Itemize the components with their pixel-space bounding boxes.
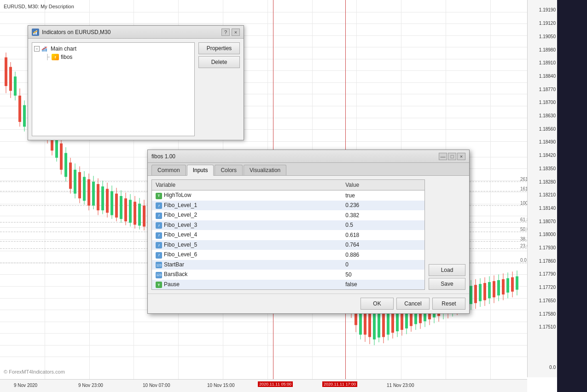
indicators-dialog: Indicators on EURUSD,M30 ? × − Main char…: [28, 25, 244, 140]
value-cell[interactable]: 0.5: [342, 220, 424, 231]
price-label: 1.17790: [539, 271, 556, 277]
price-label: 1.17580: [539, 311, 556, 317]
value-cell[interactable]: 0: [342, 260, 424, 270]
chart-icon: [41, 46, 49, 52]
variable-name: Fibo_Level_4: [164, 231, 197, 238]
table-row: fFibo_Level_6 0.886: [152, 250, 425, 260]
tab-common[interactable]: Common: [151, 165, 186, 175]
variable-cell[interactable]: fFibo_Level_6: [152, 250, 342, 260]
variable-name: Fibo_Level_5: [164, 242, 197, 248]
value-cell[interactable]: 0.886: [342, 250, 424, 260]
value-cell[interactable]: 0.618: [342, 230, 424, 240]
value-cell[interactable]: 0.236: [342, 201, 424, 211]
variable-name: Pause: [164, 281, 180, 288]
indicators-btn-panel: Properties Delete: [198, 42, 240, 136]
value-cell[interactable]: true: [342, 190, 424, 201]
price-label: 1.18630: [539, 113, 556, 118]
fibos-close-button[interactable]: ×: [457, 153, 465, 160]
num-icon: f: [156, 213, 162, 219]
tree-expand-icon[interactable]: −: [34, 46, 40, 52]
num-icon: f: [156, 252, 162, 259]
int-icon: 123: [156, 262, 162, 268]
cancel-button[interactable]: Cancel: [396, 298, 430, 310]
delete-button[interactable]: Delete: [198, 56, 240, 68]
tree-root-item[interactable]: − Main chart: [34, 45, 192, 53]
fibos-minimize-button[interactable]: —: [439, 153, 447, 160]
variable-cell[interactable]: 123StartBar: [152, 260, 342, 270]
num-icon: f: [156, 242, 162, 248]
price-label: 1.18980: [539, 47, 556, 52]
load-button[interactable]: Load: [429, 264, 465, 276]
indicators-dialog-icon: [32, 29, 39, 36]
price-label: 1.18560: [539, 127, 556, 132]
price-label: 1.18210: [539, 192, 556, 197]
price-label: 1.18070: [539, 219, 556, 224]
ok-button[interactable]: OK: [360, 298, 394, 310]
footer-buttons: OK Cancel Reset: [148, 294, 469, 313]
variable-cell[interactable]: fFibo_Level_1: [152, 201, 342, 211]
tab-visualization[interactable]: Visualization: [244, 165, 286, 175]
indicators-dialog-title: Indicators on EURUSD,M30: [42, 29, 220, 35]
table-row: fFibo_Level_3 0.5: [152, 220, 425, 231]
variable-cell[interactable]: fFibo_Level_5: [152, 240, 342, 250]
reset-button[interactable]: Reset: [432, 298, 465, 310]
table-row: 123BarsBack 50: [152, 270, 425, 280]
table-row: TPause false: [152, 280, 425, 290]
variable-cell[interactable]: fFibo_Level_2: [152, 210, 342, 220]
col-variable: Variable: [152, 180, 342, 190]
properties-button[interactable]: Properties: [198, 42, 240, 54]
variable-cell[interactable]: THighToLow: [152, 190, 342, 201]
value-cell[interactable]: 0.382: [342, 210, 424, 220]
variable-name: Fibo_Level_3: [164, 222, 197, 228]
table-row: fFibo_Level_4 0.618: [152, 230, 425, 240]
tab-colors[interactable]: Colors: [215, 165, 243, 175]
tree-child-label: fibos: [61, 54, 72, 60]
price-label: 1.18350: [539, 166, 556, 171]
bool-icon: T: [156, 193, 162, 199]
value-cell[interactable]: false: [342, 280, 424, 290]
fibos-maximize-button[interactable]: □: [448, 153, 456, 160]
fibos-titlebar-buttons: — □ ×: [439, 153, 465, 160]
price-label: 1.17510: [539, 324, 556, 329]
indicators-dialog-titlebar: Indicators on EURUSD,M30 ? ×: [28, 26, 244, 39]
tab-inputs[interactable]: Inputs: [187, 165, 214, 176]
price-label: 1.18490: [539, 139, 556, 144]
col-value: Value: [342, 180, 424, 190]
inputs-table: Variable Value THighToLow truefFibo_Leve…: [151, 179, 425, 290]
time-label-highlight: 2020.11.11 17:00: [322, 381, 357, 387]
variable-name: HighToLow: [164, 192, 191, 198]
int-icon: 123: [156, 272, 162, 278]
price-label: 1.18700: [539, 100, 556, 105]
time-label: 10 Nov 15:00: [207, 383, 235, 388]
price-label: 1.17930: [539, 245, 556, 250]
value-cell[interactable]: 50: [342, 270, 424, 280]
variable-name: Fibo_Level_6: [164, 251, 197, 258]
fibos-dialog-title: fibos 1.00: [151, 153, 439, 160]
time-label: 10 Nov 07:00: [143, 383, 170, 388]
variable-name: StartBar: [164, 261, 184, 268]
variable-cell[interactable]: 123BarsBack: [152, 270, 342, 280]
price-label: 1.18840: [539, 74, 556, 79]
num-icon: f: [156, 222, 162, 229]
variable-cell[interactable]: fFibo_Level_4: [152, 230, 342, 240]
copyright-text: © ForexMT4Indicators.com: [4, 369, 65, 375]
indicators-help-button[interactable]: ?: [221, 29, 230, 36]
variable-name: BarsBack: [164, 271, 187, 277]
inputs-table-wrapper: Variable Value THighToLow truefFibo_Leve…: [151, 179, 425, 290]
price-label: 1.17650: [539, 298, 556, 303]
table-row: fFibo_Level_5 0.764: [152, 240, 425, 250]
tree-child-item[interactable]: f fibos: [34, 53, 192, 61]
indicators-dialog-content: − Main chart: [28, 39, 244, 140]
time-label: 9 Nov 23:00: [78, 383, 103, 388]
price-label: 1.19190: [539, 7, 556, 12]
tree-root-label: Main chart: [51, 46, 76, 52]
value-cell[interactable]: 0.764: [342, 240, 424, 250]
variable-name: Fibo_Level_2: [164, 212, 197, 218]
save-button[interactable]: Save: [429, 278, 465, 290]
variable-cell[interactable]: fFibo_Level_3: [152, 220, 342, 231]
price-label: 1.19120: [539, 21, 556, 26]
table-row: 123StartBar 0: [152, 260, 425, 270]
indicators-close-button[interactable]: ×: [232, 29, 240, 36]
price-label: 1.18420: [539, 153, 556, 158]
variable-cell[interactable]: TPause: [152, 280, 342, 290]
